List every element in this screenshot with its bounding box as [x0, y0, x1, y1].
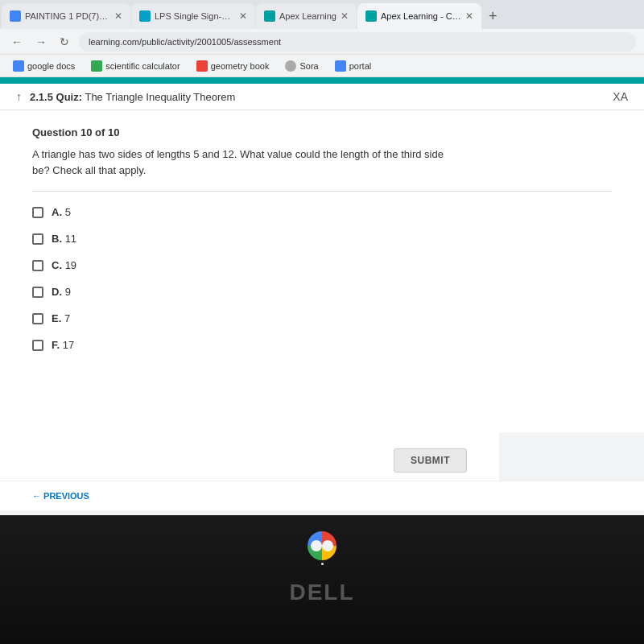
answer-option-b[interactable]: B. 11 — [32, 233, 612, 245]
quiz-title-text: The Triangle Inequality Theorem — [85, 91, 235, 103]
quiz-type: Quiz: — [56, 91, 83, 103]
tab-favicon-painting — [10, 10, 21, 22]
tab-favicon-apex — [264, 10, 275, 22]
tab-lps[interactable]: LPS Single Sign-On Portal ✕ — [131, 3, 255, 29]
dell-logo: DELL — [289, 580, 354, 605]
bookmark-sora[interactable]: Sora — [279, 58, 324, 74]
forward-button[interactable]: → — [32, 34, 50, 50]
bookmark-icon-geometry — [196, 60, 208, 72]
quiz-section: 2.1.5 — [30, 91, 53, 103]
bottom-nav: ← PREVIOUS — [0, 481, 644, 510]
answer-text-f: F. 17 — [52, 339, 74, 351]
tab-close-painting[interactable]: ✕ — [114, 10, 122, 22]
bookmark-label-sora: Sora — [299, 61, 318, 71]
tab-close-lps[interactable]: ✕ — [239, 10, 247, 22]
tab-apex-courses[interactable]: Apex Learning - Courses ✕ — [357, 3, 481, 29]
answer-option-d[interactable]: D. 9 — [32, 286, 612, 298]
bookmarks-bar: google docs scientific calculator geomet… — [0, 55, 644, 77]
quiz-title: 2.1.5 Quiz: The Triangle Inequality Theo… — [30, 91, 235, 103]
question-text: A triangle has two sides of lengths 5 an… — [32, 147, 451, 178]
answer-text-c: C. 19 — [52, 259, 76, 271]
tab-close-apex[interactable]: ✕ — [341, 10, 349, 22]
answer-text-e: E. 7 — [52, 312, 70, 324]
bookmark-label-geometry: geometry book — [211, 61, 270, 71]
bookmark-portal[interactable]: portal — [328, 58, 378, 74]
answer-text-a: A. 5 — [52, 206, 71, 218]
tab-apex[interactable]: Apex Learning ✕ — [256, 3, 357, 29]
bookmark-geometry[interactable]: geometry book — [190, 58, 276, 74]
checkbox-f[interactable] — [32, 340, 43, 351]
tab-painting[interactable]: PAINTING 1 PD(7) 0164-0003 ✕ — [2, 3, 130, 29]
bookmark-icon-calculator — [91, 60, 102, 72]
quiz-header-icon: ↑ — [16, 90, 22, 103]
question-divider — [32, 191, 612, 192]
bookmark-label-google-docs: google docs — [27, 61, 75, 71]
tab-bar: PAINTING 1 PD(7) 0164-0003 ✕ LPS Single … — [0, 0, 644, 29]
address-input[interactable] — [79, 32, 636, 52]
answer-text-d: D. 9 — [52, 286, 71, 298]
checkbox-a[interactable] — [32, 207, 43, 218]
submit-button[interactable]: SUBMIT — [394, 448, 467, 473]
checkbox-d[interactable] — [32, 287, 43, 298]
bookmark-icon-google-docs — [13, 60, 24, 72]
content-area: Question 10 of 10 A triangle has two sid… — [0, 110, 644, 432]
bookmark-icon-sora — [285, 60, 296, 72]
bookmark-google-docs[interactable]: google docs — [6, 58, 81, 74]
browser-window: PAINTING 1 PD(7) 0164-0003 ✕ LPS Single … — [0, 0, 644, 515]
quiz-header: ↑ 2.1.5 Quiz: The Triangle Inequality Th… — [0, 84, 644, 110]
translate-icon[interactable]: XA — [613, 90, 628, 103]
answer-option-a[interactable]: A. 5 — [32, 206, 612, 218]
previous-link[interactable]: ← PREVIOUS — [32, 491, 612, 501]
address-bar: ← → ↻ — [0, 29, 644, 55]
answer-option-e[interactable]: E. 7 — [32, 312, 612, 324]
tab-favicon-lps — [139, 10, 151, 22]
answer-option-f[interactable]: F. 17 — [32, 339, 612, 351]
checkbox-e[interactable] — [32, 313, 43, 324]
chrome-dock-dot — [321, 563, 324, 565]
bookmark-calculator[interactable]: scientific calculator — [85, 58, 186, 74]
answer-text-b: B. 11 — [52, 233, 76, 245]
bookmark-label-portal: portal — [349, 61, 372, 71]
tab-label-apex-courses: Apex Learning - Courses — [381, 11, 461, 21]
tab-favicon-apex-courses — [365, 10, 377, 22]
answer-option-c[interactable]: C. 19 — [32, 259, 612, 271]
reload-button[interactable]: ↻ — [56, 34, 72, 50]
checkbox-b[interactable] — [32, 233, 43, 245]
tab-close-apex-courses[interactable]: ✕ — [465, 10, 473, 22]
tab-label-lps: LPS Single Sign-On Portal — [155, 11, 235, 21]
tab-label-apex: Apex Learning — [279, 11, 336, 21]
checkbox-c[interactable] — [32, 260, 43, 271]
bookmark-label-calculator: scientific calculator — [105, 61, 180, 71]
chrome-icon[interactable] — [308, 531, 336, 560]
submit-area: SUBMIT — [0, 432, 499, 481]
taskbar: DELL — [0, 515, 644, 644]
bookmark-icon-portal — [335, 60, 346, 72]
question-label: Question 10 of 10 — [32, 126, 612, 138]
apex-accent-bar — [0, 77, 644, 84]
new-tab-button[interactable]: + — [482, 3, 504, 29]
tab-label-painting: PAINTING 1 PD(7) 0164-0003 — [25, 11, 110, 21]
back-button[interactable]: ← — [8, 34, 26, 50]
